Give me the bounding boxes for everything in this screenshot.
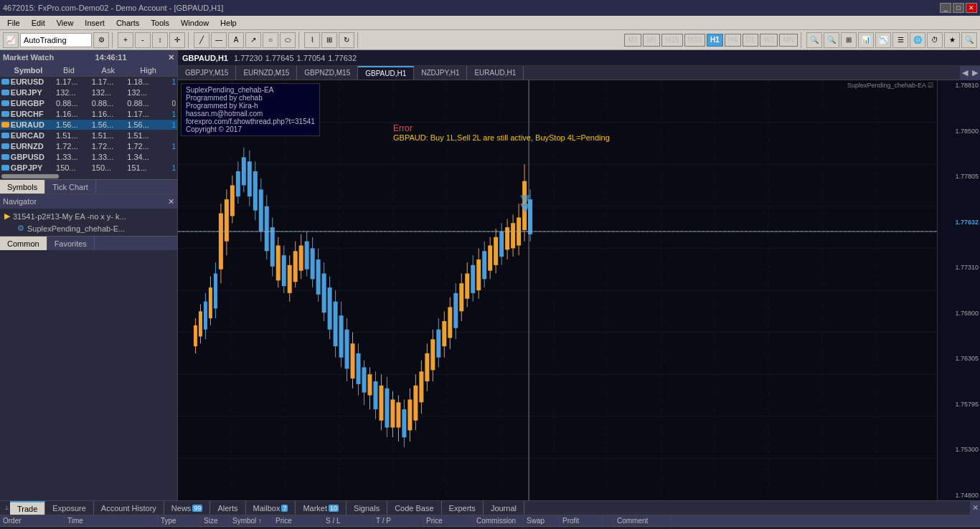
- mw-row-eurgbp[interactable]: EURGBP 0.88... 0.88... 0.88... 0: [0, 98, 177, 109]
- tf-h1[interactable]: H1: [707, 34, 723, 47]
- th-time[interactable]: Time: [65, 515, 158, 526]
- chart-type-button[interactable]: 📊: [858, 32, 874, 48]
- search-button[interactable]: 🔍: [961, 32, 977, 48]
- zoom-out-button[interactable]: -: [135, 32, 151, 48]
- tf-d1[interactable]: D1: [743, 34, 759, 47]
- globe-button[interactable]: 🌐: [910, 32, 925, 48]
- nav-tab-favorites[interactable]: Favorites: [47, 237, 95, 250]
- zoom-out2-button[interactable]: 🔍: [824, 32, 839, 48]
- th-commission[interactable]: Commission: [473, 515, 524, 526]
- chart-tab-gbpjpy[interactable]: GBPJPY,M15: [178, 66, 236, 80]
- th-type[interactable]: Type: [158, 515, 201, 526]
- mw-col-ask[interactable]: Ask: [99, 65, 138, 75]
- mw-tab-symbols[interactable]: Symbols: [0, 180, 45, 194]
- grid-button[interactable]: ⊞: [841, 32, 857, 48]
- tab-trade[interactable]: Trade: [10, 501, 45, 515]
- menu-insert[interactable]: Insert: [79, 16, 110, 29]
- th-size[interactable]: Size: [201, 515, 230, 526]
- properties-button[interactable]: ☰: [892, 32, 908, 48]
- mw-row-gbpusd[interactable]: GBPUSD 1.33... 1.33... 1.34...: [0, 152, 177, 163]
- market-watch-scrollbar[interactable]: [0, 173, 177, 179]
- chart-tab-eurnzd[interactable]: EURNZD,M15: [236, 66, 297, 80]
- menu-file[interactable]: File: [1, 16, 26, 29]
- th-price2[interactable]: Price: [423, 515, 473, 526]
- chart-tab-nzdjpy[interactable]: NZDJPY,H1: [414, 66, 467, 80]
- clock-button[interactable]: ⏱: [927, 32, 943, 48]
- text-button[interactable]: A: [228, 32, 244, 48]
- th-order[interactable]: Order: [0, 515, 65, 526]
- zoom-in-button[interactable]: +: [118, 32, 133, 48]
- menu-tools[interactable]: Tools: [145, 16, 175, 29]
- market-watch-close[interactable]: ✕: [168, 53, 174, 62]
- new-chart-button[interactable]: 📈: [3, 32, 19, 48]
- tab-account-history[interactable]: Account History: [94, 501, 164, 515]
- arrow-button[interactable]: ↗: [245, 32, 261, 48]
- close-bottom-panel[interactable]: ✕: [970, 501, 980, 515]
- th-price[interactable]: Price: [273, 515, 323, 526]
- mw-row-eurnzd[interactable]: EURNZD 1.72... 1.72... 1.72... 1: [0, 141, 177, 152]
- th-sl[interactable]: S / L: [323, 515, 373, 526]
- tab-signals[interactable]: Signals: [347, 501, 387, 515]
- nav-item-ea[interactable]: ⚙ SuplexPending_chehab-E...: [3, 222, 174, 234]
- mw-row-eurusd[interactable]: EURUSD 1.17... 1.17... 1.18... 1: [0, 77, 177, 87]
- close-button[interactable]: ✕: [966, 3, 977, 13]
- mw-row-eurcad[interactable]: EURCAD 1.51... 1.51... 1.51...: [0, 130, 177, 141]
- chart-scroll-button[interactable]: ↕: [152, 32, 168, 48]
- mw-col-high[interactable]: High: [137, 65, 176, 75]
- shape-button[interactable]: ○: [263, 32, 278, 48]
- ellipse-button[interactable]: ⬭: [280, 32, 296, 48]
- autotrading-button[interactable]: ⚙: [93, 32, 109, 48]
- tf-m1[interactable]: M1: [624, 34, 641, 47]
- tf-w1[interactable]: W1: [760, 34, 778, 47]
- mw-row-euraud[interactable]: EURAUD 1.56... 1.56... 1.56... 1: [0, 120, 177, 130]
- chart-tab-euraud[interactable]: EURAUD,H1: [467, 66, 524, 80]
- mw-col-bid[interactable]: Bid: [60, 65, 99, 75]
- tab-experts[interactable]: Experts: [442, 501, 484, 515]
- tf-mn[interactable]: MN: [779, 34, 798, 47]
- menu-charts[interactable]: Charts: [110, 16, 145, 29]
- tab-exposure[interactable]: Exposure: [45, 501, 93, 515]
- mw-row-gbpjpy[interactable]: GBPJPY 150... 150... 151... 1: [0, 163, 177, 173]
- tab-market[interactable]: Market10: [296, 501, 347, 515]
- crosshair-button[interactable]: ✛: [169, 32, 185, 48]
- chart-tab-scroll-left[interactable]: ◀: [960, 66, 970, 80]
- templates-button[interactable]: ⊞: [321, 32, 337, 48]
- chart-tab-gbpnzd[interactable]: GBPNZD,M15: [297, 66, 358, 80]
- menu-view[interactable]: View: [51, 16, 80, 29]
- minimize-button[interactable]: _: [940, 3, 951, 13]
- menu-edit[interactable]: Edit: [26, 16, 51, 29]
- th-comment[interactable]: Comment: [614, 515, 672, 526]
- tab-codebase[interactable]: Code Base: [387, 501, 441, 515]
- mw-tab-tickchart[interactable]: Tick Chart: [45, 180, 96, 194]
- nav-item-ea-folder[interactable]: ▶ 31541-p2#13-My EA -no x y- k...: [3, 210, 174, 222]
- th-swap[interactable]: Swap: [524, 515, 560, 526]
- tf-m15[interactable]: M15: [661, 34, 682, 47]
- navigator-close[interactable]: ✕: [168, 197, 174, 206]
- zoom-normal-button[interactable]: 🔍: [806, 32, 822, 48]
- tf-h4[interactable]: H4: [725, 34, 741, 47]
- chart-tab-scroll-right[interactable]: ▶: [970, 66, 980, 80]
- indicators-button[interactable]: ⌇: [304, 32, 320, 48]
- tab-journal[interactable]: Journal: [484, 501, 524, 515]
- tab-news[interactable]: News99: [164, 501, 211, 515]
- nav-tab-common[interactable]: Common: [0, 237, 47, 250]
- line-button[interactable]: ╱: [194, 32, 209, 48]
- menu-window[interactable]: Window: [175, 16, 215, 29]
- tab-alerts[interactable]: Alerts: [210, 501, 245, 515]
- mw-row-eurchf[interactable]: EURCHF 1.16... 1.16... 1.17... 1: [0, 109, 177, 120]
- mw-row-eurjpy[interactable]: EURJPY 132... 132... 132...: [0, 87, 177, 98]
- tf-m30[interactable]: M30: [684, 34, 705, 47]
- terminal-icon[interactable]: ⊥: [3, 505, 10, 511]
- menu-help[interactable]: Help: [215, 16, 242, 29]
- chart-tab-gbpaud[interactable]: GBPAUD,H1: [358, 66, 414, 80]
- th-symbol[interactable]: Symbol ↑: [230, 515, 273, 526]
- mw-col-symbol[interactable]: Symbol: [11, 65, 60, 75]
- maximize-button[interactable]: □: [953, 3, 964, 13]
- refresh-button[interactable]: ↻: [339, 32, 354, 48]
- tf-m5[interactable]: M5: [643, 34, 660, 47]
- th-tp[interactable]: T / P: [373, 515, 423, 526]
- th-profit[interactable]: Profit: [560, 515, 603, 526]
- chart-canvas[interactable]: SuplexPending_chehab-EA Programmed by ch…: [178, 80, 980, 500]
- hline-button[interactable]: —: [211, 32, 227, 48]
- expert-button[interactable]: ★: [944, 32, 960, 48]
